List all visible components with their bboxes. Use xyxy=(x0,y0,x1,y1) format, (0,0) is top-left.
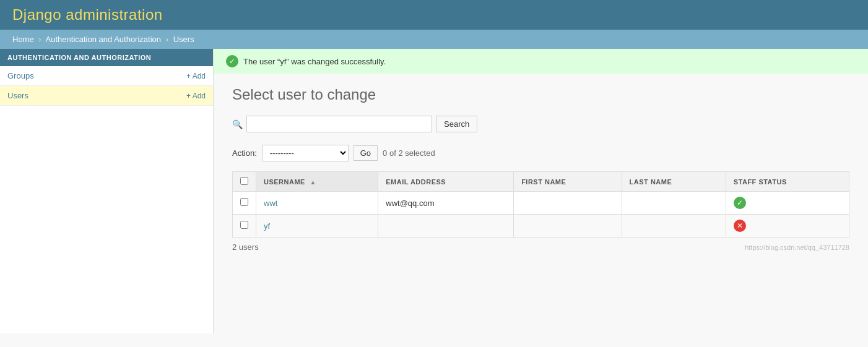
breadcrumb-separator-2: › xyxy=(166,35,168,44)
sidebar-groups-add[interactable]: + Add xyxy=(186,72,206,80)
col-header-lastname[interactable]: Last Name xyxy=(622,172,726,192)
row-wwt-username: wwt xyxy=(256,192,378,215)
staff-status-true-icon: ✓ xyxy=(734,197,746,209)
row-wwt-checkbox[interactable] xyxy=(240,198,248,206)
col-header-firstname[interactable]: First Name xyxy=(514,172,622,192)
sidebar-item-groups: Groups + Add xyxy=(0,66,213,86)
row-wwt-link[interactable]: wwt xyxy=(264,199,277,208)
breadcrumb-section[interactable]: Authentication and Authorization xyxy=(46,35,161,44)
sidebar-item-users: Users + Add xyxy=(0,86,213,106)
col-header-username[interactable]: Username ▲ xyxy=(256,172,378,192)
site-title: Django administration xyxy=(12,6,856,24)
col-firstname-label: First Name xyxy=(521,178,566,186)
sidebar-section-title: Authentication and Authorization xyxy=(0,49,213,66)
row-yf-username: yf xyxy=(256,215,378,238)
row-yf-email xyxy=(378,215,514,238)
select-all-header xyxy=(233,172,256,192)
col-lastname-label: Last Name xyxy=(630,178,672,186)
breadcrumb-current: Users xyxy=(173,35,194,44)
success-icon: ✓ xyxy=(226,55,238,67)
row-yf-firstname xyxy=(514,215,622,238)
main-layout: Authentication and Authorization Groups … xyxy=(0,49,868,333)
search-icon: 🔍 xyxy=(232,119,243,129)
col-email-label: Email Address xyxy=(386,178,446,186)
table-header-row: Username ▲ Email Address First Name Last… xyxy=(233,172,849,192)
sidebar-groups-label[interactable]: Groups xyxy=(7,71,34,80)
users-table: Username ▲ Email Address First Name Last… xyxy=(232,171,849,238)
site-header: Django administration xyxy=(0,0,868,30)
sidebar: Authentication and Authorization Groups … xyxy=(0,49,214,333)
page-title: Select user to change xyxy=(232,86,849,103)
row-yf-checkbox[interactable] xyxy=(240,221,248,229)
col-header-email[interactable]: Email Address xyxy=(378,172,514,192)
main-content: ✓ The user “yf” was changed successfully… xyxy=(214,49,868,333)
search-bar: 🔍 Search xyxy=(232,116,849,132)
breadcrumb-home[interactable]: Home xyxy=(12,35,34,44)
sidebar-users-label[interactable]: Users xyxy=(7,91,28,100)
search-button[interactable]: Search xyxy=(436,116,477,132)
select-all-checkbox[interactable] xyxy=(240,177,248,185)
row-yf-checkbox-cell xyxy=(233,215,256,238)
search-input[interactable] xyxy=(246,116,432,132)
col-header-staff[interactable]: Staff Status xyxy=(726,172,849,192)
success-message-text: The user “yf” was changed successfully. xyxy=(243,57,386,66)
table-row: wwt wwt@qq.com ✓ xyxy=(233,192,849,215)
staff-status-false-icon: ✕ xyxy=(734,220,746,232)
content-area: Select user to change 🔍 Search Action: -… xyxy=(214,74,868,269)
col-username-label: Username xyxy=(264,178,305,186)
action-bar: Action: --------- Go 0 of 2 selected xyxy=(232,145,849,161)
selected-count: 0 of 2 selected xyxy=(383,148,435,158)
row-wwt-email: wwt@qq.com xyxy=(378,192,514,215)
user-count: 2 users xyxy=(232,242,259,252)
row-wwt-checkbox-cell xyxy=(233,192,256,215)
row-yf-staff: ✕ xyxy=(726,215,849,238)
success-message-bar: ✓ The user “yf” was changed successfully… xyxy=(214,49,868,74)
action-label: Action: xyxy=(232,148,257,158)
row-wwt-firstname xyxy=(514,192,622,215)
row-wwt-staff: ✓ xyxy=(726,192,849,215)
row-yf-lastname xyxy=(622,215,726,238)
table-footer: 2 users https://blog.csdn.net/qq_4371172… xyxy=(232,238,849,257)
watermark: https://blog.csdn.net/qq_43711728 xyxy=(745,244,849,251)
sort-asc-icon: ▲ xyxy=(310,179,316,186)
row-yf-link[interactable]: yf xyxy=(264,221,270,231)
row-wwt-lastname xyxy=(622,192,726,215)
sidebar-users-add[interactable]: + Add xyxy=(186,92,206,100)
action-select[interactable]: --------- xyxy=(262,145,349,161)
go-button[interactable]: Go xyxy=(354,145,378,161)
breadcrumb-separator-1: › xyxy=(38,35,41,44)
table-row: yf ✕ xyxy=(233,215,849,238)
col-staff-label: Staff Status xyxy=(734,178,787,186)
breadcrumb: Home › Authentication and Authorization … xyxy=(0,30,868,49)
